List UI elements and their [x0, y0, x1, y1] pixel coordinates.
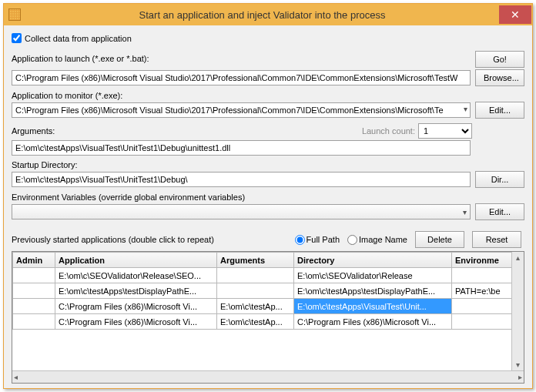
app-monitor-label: Application to monitor (*.exe): — [12, 91, 524, 100]
chevron-down-icon: ▾ — [463, 208, 467, 216]
table-cell: E:\om\c\SEOValidator\Release\SEO... — [55, 268, 217, 283]
dialog-window: Start an application and inject Validato… — [3, 3, 533, 389]
table-cell — [13, 299, 55, 314]
table-cell: C:\Program Files (x86)\Microsoft Vi... — [294, 314, 452, 330]
table-row[interactable]: E:\om\c\SEOValidator\Release\SEO...E:\om… — [13, 268, 524, 283]
table-cell: E:\om\c\testAp... — [217, 314, 294, 330]
col-directory[interactable]: Directory — [294, 253, 452, 268]
col-application[interactable]: Application — [55, 253, 217, 268]
window-title: Start an application and inject Validato… — [25, 9, 499, 21]
table-header-row: Admin Application Arguments Directory En… — [13, 253, 524, 268]
table-cell: E:\om\c\testApps\testDisplayPathE... — [55, 283, 217, 299]
table-cell — [13, 268, 55, 283]
reset-button[interactable]: Reset — [472, 231, 521, 248]
env-vars-combo[interactable]: ▾ — [12, 204, 471, 219]
app-launch-label: Application to launch (*.exe or *.bat): — [12, 54, 471, 63]
horizontal-scrollbar[interactable]: ◂ ▸ — [12, 370, 524, 383]
table-row[interactable]: C:\Program Files (x86)\Microsoft Vi...E:… — [13, 314, 524, 330]
browse-button[interactable]: Browse... — [475, 69, 524, 86]
dialog-content: Collect data from application Applicatio… — [4, 25, 532, 388]
table-cell: C:\Program Files (x86)\Microsoft Vi... — [55, 299, 217, 314]
delete-button[interactable]: Delete — [415, 231, 464, 248]
table-cell — [13, 283, 55, 299]
table-row[interactable]: E:\om\c\testApps\testDisplayPathE...E:\o… — [13, 283, 524, 299]
app-launch-input[interactable] — [12, 70, 471, 85]
col-arguments[interactable]: Arguments — [217, 253, 294, 268]
scroll-right-icon: ▸ — [518, 373, 522, 381]
env-edit-button[interactable]: Edit... — [475, 203, 524, 220]
radio-full-path[interactable]: Full Path — [295, 235, 340, 245]
table-cell — [13, 314, 55, 330]
collect-data-row: Collect data from application — [12, 33, 524, 43]
app-monitor-combo[interactable] — [12, 102, 471, 118]
titlebar[interactable]: Start an application and inject Validato… — [4, 4, 532, 25]
launch-count-label: Launch count: — [362, 126, 415, 136]
table-cell: E:\om\c\testAp... — [217, 299, 294, 314]
go-button[interactable]: Go! — [475, 51, 524, 68]
table-cell: E:\om\c\testApps\VisualTest\Unit... — [294, 299, 452, 314]
close-button[interactable]: ✕ — [499, 5, 531, 24]
env-vars-label: Environment Variables (override global e… — [12, 193, 524, 202]
table-cell: C:\Program Files (x86)\Microsoft Vi... — [55, 314, 217, 330]
table-cell: E:\om\c\testApps\testDisplayPathE... — [294, 283, 452, 299]
history-table: Admin Application Arguments Directory En… — [12, 251, 524, 384]
table-row[interactable]: C:\Program Files (x86)\Microsoft Vi...E:… — [13, 299, 524, 314]
collect-data-label: Collect data from application — [25, 34, 132, 43]
table-cell — [217, 283, 294, 299]
app-icon — [8, 8, 21, 21]
table-cell — [217, 268, 294, 283]
collect-data-checkbox[interactable] — [12, 33, 22, 43]
table-cell: E:\om\c\SEOValidator\Release — [294, 268, 452, 283]
scroll-up-icon: ▴ — [516, 253, 520, 262]
arguments-label: Arguments: — [12, 126, 55, 136]
radio-image-name[interactable]: Image Name — [347, 235, 407, 245]
chevron-down-icon[interactable]: ▾ — [464, 105, 467, 113]
path-display-radios: Full Path Image Name Delete Reset — [295, 231, 524, 248]
launch-count-select[interactable]: 1 — [418, 123, 472, 139]
col-admin[interactable]: Admin — [13, 253, 55, 268]
monitor-edit-button[interactable]: Edit... — [475, 102, 524, 119]
arguments-input[interactable] — [12, 140, 471, 156]
history-label: Previously started applications (double … — [12, 235, 214, 244]
close-icon: ✕ — [511, 8, 520, 21]
dir-button[interactable]: Dir... — [475, 171, 524, 188]
scroll-left-icon: ◂ — [14, 373, 18, 381]
startup-dir-label: Startup Directory: — [12, 160, 524, 169]
vertical-scrollbar[interactable]: ▴ ▾ — [511, 252, 524, 370]
scroll-down-icon: ▾ — [516, 360, 520, 369]
startup-dir-input[interactable] — [12, 172, 471, 187]
